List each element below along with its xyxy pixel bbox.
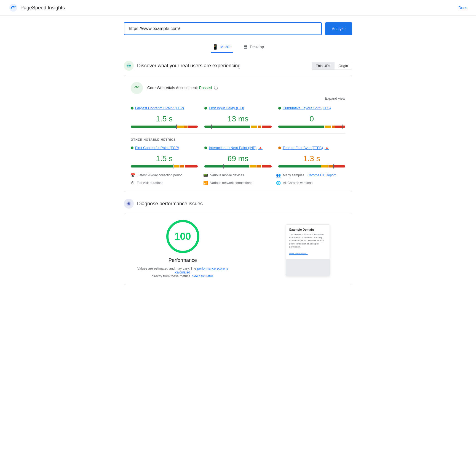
tab-desktop[interactable]: 🖥 Desktop xyxy=(242,42,265,53)
crux-title-area: Discover what your real users are experi… xyxy=(124,61,240,71)
crux-card: Core Web Vitals Assessment: Passed ⓘ Exp… xyxy=(124,75,352,192)
diagnose-layout: 100 Performance Values are estimated and… xyxy=(131,220,345,278)
info-network: 📶 Various network connections xyxy=(203,181,272,185)
analyze-button[interactable]: Analyze xyxy=(325,22,352,35)
crux-info-grid: 📅 Latest 28-day collection period 📟 Vari… xyxy=(131,173,345,185)
logo-area: PageSpeed Insights xyxy=(9,3,65,12)
performance-note: Values are estimated and may vary. The p… xyxy=(131,267,235,278)
diagnose-title-area: Diagnose performance issues xyxy=(124,199,203,209)
metrics-divider xyxy=(131,133,345,134)
notable-metrics-grid: First Contentful Paint (FCP) 1.5 s Inter… xyxy=(131,146,345,167)
metric-cls-label[interactable]: Cumulative Layout Shift (CLS) xyxy=(278,106,345,110)
origin-button[interactable]: Origin xyxy=(335,62,352,70)
crux-section-header: Discover what your real users are experi… xyxy=(124,61,352,71)
metric-fid-value: 13 ms xyxy=(204,115,271,123)
chrome-icon: 🌐 xyxy=(276,181,281,185)
svg-point-9 xyxy=(128,203,129,204)
app-header: PageSpeed Insights Docs xyxy=(0,0,476,16)
tab-mobile[interactable]: 📱 Mobile xyxy=(211,42,233,53)
metric-lcp-label[interactable]: Largest Contentful Paint (LCP) xyxy=(131,106,198,110)
preview-link[interactable]: More information... xyxy=(289,252,308,255)
core-metrics-grid: Largest Contentful Paint (LCP) 1.5 s Fir… xyxy=(131,106,345,128)
ttfb-progress-bar xyxy=(278,165,345,167)
metric-inp-value: 69 ms xyxy=(204,154,271,163)
info-collection-period: 📅 Latest 28-day collection period xyxy=(131,173,200,177)
page-preview-content: Example Domain This domain is for use in… xyxy=(286,225,330,258)
info-chrome-versions: 🌐 All Chrome versions xyxy=(276,181,345,185)
notable-metrics-label: OTHER NOTABLE METRICS xyxy=(131,138,345,141)
metric-fid: First Input Delay (FID) 13 ms xyxy=(204,106,271,128)
fcp-progress-bar xyxy=(131,165,198,167)
ttfb-info-icon[interactable]: 🔺 xyxy=(325,146,329,150)
preview-grey-bar xyxy=(286,259,330,276)
device-icon: 📟 xyxy=(203,173,208,177)
metric-ttfb: Time to First Byte (TTFB) 🔺 1.3 s xyxy=(278,146,345,167)
page-preview: Example Domain This domain is for use in… xyxy=(286,224,330,276)
metric-cls-value: 0 xyxy=(278,115,345,123)
diagnose-section-title: Diagnose performance issues xyxy=(137,201,203,207)
metric-inp: Interaction to Next Paint (INP) 🔺 69 ms xyxy=(204,146,271,167)
cwv-icon xyxy=(131,82,143,94)
expand-view-button[interactable]: Expand view xyxy=(131,96,345,100)
crux-section-title: Discover what your real users are experi… xyxy=(137,63,240,69)
cls-progress-bar xyxy=(278,126,345,128)
metric-inp-label[interactable]: Interaction to Next Paint (INP) 🔺 xyxy=(204,146,271,150)
svg-point-6 xyxy=(136,86,138,88)
cwv-help-icon[interactable]: ⓘ xyxy=(214,86,218,90)
svg-point-4 xyxy=(129,65,131,67)
url-origin-toggle: This URL Origin xyxy=(312,62,352,70)
tab-desktop-label: Desktop xyxy=(250,45,264,49)
samples-icon: 👥 xyxy=(276,173,281,177)
see-calculator-link[interactable]: See calculator. xyxy=(192,274,214,278)
metric-fid-label[interactable]: First Input Delay (FID) xyxy=(204,106,271,110)
metric-fcp-value: 1.5 s xyxy=(131,154,198,163)
inp-info-icon[interactable]: 🔺 xyxy=(258,146,263,150)
svg-point-0 xyxy=(9,4,17,12)
diagnose-card: 100 Performance Values are estimated and… xyxy=(124,213,352,285)
diagnose-section-icon xyxy=(124,199,134,209)
info-full-visit: ⏱ Full visit durations xyxy=(131,181,200,185)
device-tabs: 📱 Mobile 🖥 Desktop xyxy=(124,42,352,53)
cwv-title: Core Web Vitals Assessment: Passed ⓘ xyxy=(147,86,218,91)
svg-point-3 xyxy=(127,65,129,67)
performance-label: Performance xyxy=(131,257,235,263)
metric-fcp: First Contentful Paint (FCP) 1.5 s xyxy=(131,146,198,167)
url-input[interactable] xyxy=(124,22,322,35)
pagespeed-logo-icon xyxy=(9,3,18,12)
cls-dot xyxy=(278,107,281,110)
network-icon: 📶 xyxy=(203,181,208,185)
inp-progress-bar xyxy=(204,165,271,167)
desktop-icon: 🖥 xyxy=(243,44,248,50)
app-title: PageSpeed Insights xyxy=(20,5,65,11)
timer-icon: ⏱ xyxy=(131,181,135,185)
main-content: Analyze 📱 Mobile 🖥 Desktop Discover what… xyxy=(119,16,357,298)
preview-text: This domain is for use in illustrative e… xyxy=(289,233,326,248)
lcp-progress-bar xyxy=(131,126,198,128)
info-mobile-devices: 📟 Various mobile devices xyxy=(203,173,272,177)
this-url-button[interactable]: This URL xyxy=(312,62,335,70)
diagnose-left: 100 Performance Values are estimated and… xyxy=(131,220,235,278)
mobile-icon: 📱 xyxy=(212,44,218,50)
diagnose-section-header: Diagnose performance issues xyxy=(124,199,352,209)
metric-lcp: Largest Contentful Paint (LCP) 1.5 s xyxy=(131,106,198,128)
chrome-ux-report-link[interactable]: Chrome UX Report xyxy=(307,173,336,177)
info-many-samples: 👥 Many samples Chrome UX Report xyxy=(276,173,345,177)
fcp-dot xyxy=(131,147,133,149)
tab-mobile-label: Mobile xyxy=(220,45,232,49)
calendar-icon: 📅 xyxy=(131,173,135,177)
metric-lcp-value: 1.5 s xyxy=(131,115,198,123)
cwv-header: Core Web Vitals Assessment: Passed ⓘ xyxy=(131,82,345,94)
docs-link[interactable]: Docs xyxy=(458,6,467,10)
lcp-dot xyxy=(131,107,133,110)
ttfb-dot xyxy=(278,147,281,149)
metric-cls: Cumulative Layout Shift (CLS) 0 xyxy=(278,106,345,128)
inp-dot xyxy=(204,147,207,149)
metric-ttfb-value: 1.3 s xyxy=(278,154,345,163)
metric-fcp-label[interactable]: First Contentful Paint (FCP) xyxy=(131,146,198,150)
performance-score-value: 100 xyxy=(174,231,191,242)
preview-title: Example Domain xyxy=(289,228,326,231)
cwv-passed: Passed xyxy=(199,86,212,90)
fid-progress-bar xyxy=(204,126,271,128)
metric-ttfb-label[interactable]: Time to First Byte (TTFB) 🔺 xyxy=(278,146,345,150)
svg-point-1 xyxy=(12,6,14,7)
